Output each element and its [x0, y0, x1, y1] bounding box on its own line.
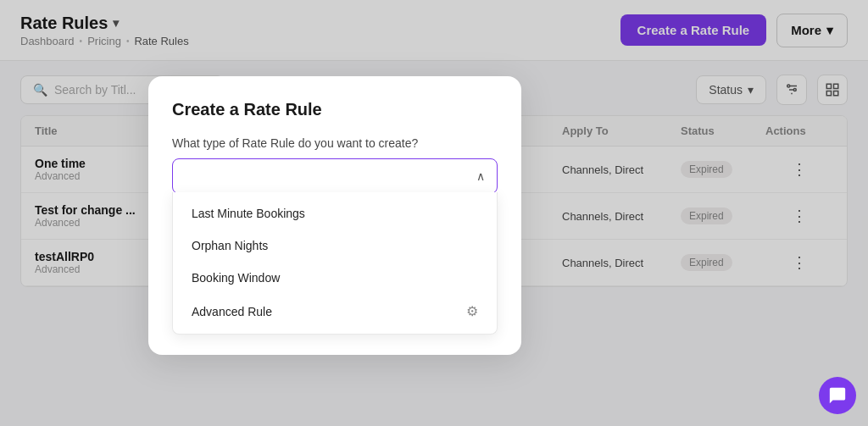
modal-select-chevron-icon: ∧ [476, 169, 485, 183]
modal-title: Create a Rate Rule [172, 100, 498, 119]
dropdown-item-label: Last Minute Bookings [192, 207, 305, 220]
create-rate-rule-modal: Create a Rate Rule What type of Rate Rul… [148, 76, 521, 355]
gear-icon: ⚙ [466, 303, 478, 319]
dropdown-item-orphan[interactable]: Orphan Nights [173, 230, 497, 262]
dropdown-item-last-minute[interactable]: Last Minute Bookings [173, 197, 497, 230]
modal-question: What type of Rate Rule do you want to cr… [172, 136, 498, 150]
modal-type-select[interactable]: ∧ [172, 158, 498, 194]
dropdown-item-advanced-rule[interactable]: Advanced Rule ⚙ [173, 294, 497, 329]
dropdown-item-label: Booking Window [192, 271, 280, 285]
dropdown-item-booking-window[interactable]: Booking Window [173, 262, 497, 294]
dropdown-item-label: Orphan Nights [192, 239, 268, 252]
chat-bubble-button[interactable] [819, 377, 856, 414]
dropdown-list: Last Minute Bookings Orphan Nights Booki… [172, 192, 498, 335]
dropdown-item-label: Advanced Rule [192, 305, 272, 318]
